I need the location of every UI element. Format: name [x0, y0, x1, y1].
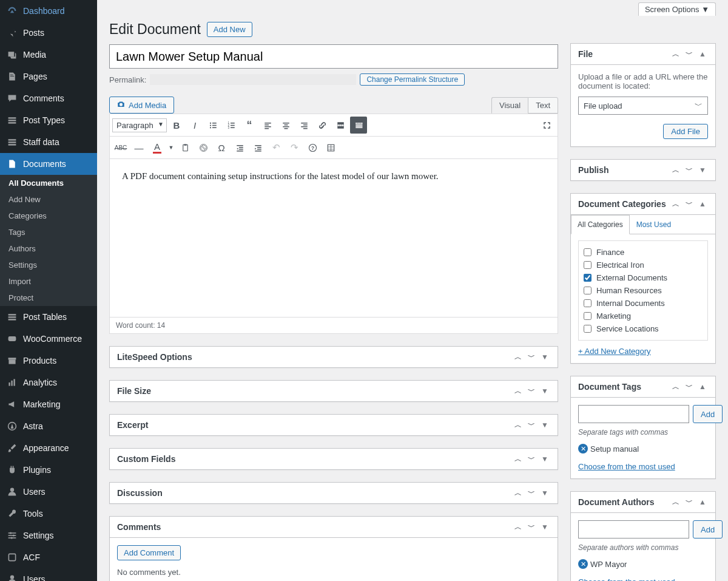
- dropdown-icon[interactable]: ▼: [539, 454, 550, 464]
- move-up-icon[interactable]: ︿: [670, 165, 681, 175]
- submenu-item-all-documents[interactable]: All Documents: [0, 175, 97, 191]
- toggle-icon[interactable]: ▲: [697, 381, 708, 392]
- category-checkbox[interactable]: [584, 299, 592, 307]
- sidebar-item-comments[interactable]: Comments: [0, 87, 97, 109]
- move-down-icon[interactable]: ﹀: [684, 199, 695, 209]
- move-down-icon[interactable]: ﹀: [526, 352, 537, 362]
- sidebar-item-post-types[interactable]: Post Types: [0, 109, 97, 131]
- sidebar-item-tools[interactable]: Tools: [0, 503, 97, 525]
- move-down-icon[interactable]: ﹀: [526, 522, 537, 532]
- submenu-item-add-new[interactable]: Add New: [0, 191, 97, 208]
- toggle-icon[interactable]: ▲: [697, 49, 708, 59]
- numbered-list-button[interactable]: 123: [223, 117, 240, 134]
- table-button[interactable]: [322, 139, 339, 156]
- tab-all-categories[interactable]: All Categories: [571, 215, 630, 234]
- choose-most-used-tags-link[interactable]: Choose from the most used: [578, 462, 675, 471]
- dropdown-icon[interactable]: ▼: [539, 522, 550, 532]
- move-down-icon[interactable]: ﹀: [526, 454, 537, 464]
- fullscreen-button[interactable]: [538, 117, 555, 134]
- bold-button[interactable]: B: [168, 117, 185, 134]
- category-checkbox[interactable]: [584, 312, 592, 320]
- sidebar-item-settings[interactable]: Settings: [0, 525, 97, 546]
- sidebar-item-astra[interactable]: Astra: [0, 415, 97, 437]
- sidebar-item-appearance[interactable]: Appearance: [0, 437, 97, 459]
- dropdown-icon[interactable]: ▼: [539, 386, 550, 396]
- sidebar-item-users[interactable]: Users: [0, 568, 97, 581]
- sidebar-item-plugins[interactable]: Plugins: [0, 459, 97, 481]
- category-item[interactable]: Electrical Iron: [584, 259, 703, 271]
- move-down-icon[interactable]: ﹀: [684, 497, 695, 508]
- move-down-icon[interactable]: ﹀: [684, 381, 695, 392]
- editor-content[interactable]: A PDF document containing setup instruct…: [110, 159, 558, 317]
- align-right-button[interactable]: [295, 117, 312, 134]
- sidebar-item-media[interactable]: Media: [0, 44, 97, 66]
- author-input[interactable]: [578, 520, 689, 539]
- toggle-icon[interactable]: ▼: [697, 165, 708, 175]
- category-checkbox[interactable]: [584, 287, 592, 294]
- category-item[interactable]: Marketing: [584, 310, 703, 322]
- category-item[interactable]: Internal Documents: [584, 297, 703, 310]
- add-file-button[interactable]: Add File: [663, 124, 708, 139]
- category-item[interactable]: Finance: [584, 246, 703, 259]
- post-title-input[interactable]: [109, 44, 558, 69]
- sidebar-item-dashboard[interactable]: Dashboard: [0, 0, 97, 22]
- add-tag-button[interactable]: Add: [693, 405, 723, 423]
- clear-formatting-button[interactable]: [195, 139, 212, 156]
- move-up-icon[interactable]: ︿: [513, 420, 524, 430]
- category-item[interactable]: Human Resources: [584, 284, 703, 297]
- move-up-icon[interactable]: ︿: [513, 454, 524, 464]
- indent-button[interactable]: [249, 139, 266, 156]
- bullet-list-button[interactable]: [204, 117, 221, 134]
- submenu-item-protect[interactable]: Protect: [0, 290, 97, 306]
- sidebar-item-users[interactable]: Users: [0, 481, 97, 503]
- special-char-button[interactable]: Ω: [213, 139, 230, 156]
- submenu-item-import[interactable]: Import: [0, 273, 97, 290]
- redo-button[interactable]: ↷: [286, 139, 303, 156]
- blockquote-button[interactable]: “: [241, 117, 258, 134]
- sidebar-item-analytics[interactable]: Analytics: [0, 372, 97, 393]
- category-item[interactable]: Service Locations: [584, 322, 703, 335]
- toggle-icon[interactable]: ▲: [697, 497, 708, 508]
- format-select[interactable]: Paragraph▼: [112, 118, 167, 132]
- move-down-icon[interactable]: ﹀: [684, 49, 695, 59]
- submenu-item-tags[interactable]: Tags: [0, 224, 97, 240]
- move-up-icon[interactable]: ︿: [670, 199, 681, 209]
- move-up-icon[interactable]: ︿: [513, 352, 524, 362]
- permalink-url[interactable]: [150, 74, 356, 85]
- undo-button[interactable]: ↶: [268, 139, 285, 156]
- sidebar-item-documents[interactable]: Documents: [0, 153, 97, 175]
- remove-author-icon[interactable]: ✕: [578, 559, 588, 569]
- tab-text[interactable]: Text: [528, 97, 558, 114]
- toggle-icon[interactable]: ▲: [697, 199, 708, 209]
- sidebar-item-marketing[interactable]: Marketing: [0, 393, 97, 415]
- dropdown-icon[interactable]: ▼: [539, 488, 550, 498]
- outdent-button[interactable]: [231, 139, 248, 156]
- add-new-button[interactable]: Add New: [207, 22, 252, 37]
- help-button[interactable]: ?: [304, 139, 321, 156]
- sidebar-item-posts[interactable]: Posts: [0, 22, 97, 44]
- add-media-button[interactable]: Add Media: [109, 97, 174, 114]
- move-up-icon[interactable]: ︿: [670, 49, 681, 59]
- move-up-icon[interactable]: ︿: [670, 381, 681, 392]
- submenu-item-categories[interactable]: Categories: [0, 208, 97, 224]
- align-left-button[interactable]: [259, 117, 276, 134]
- tab-most-used[interactable]: Most Used: [630, 215, 678, 234]
- tab-visual[interactable]: Visual: [491, 97, 528, 114]
- choose-most-used-authors-link[interactable]: Choose from the most used: [578, 577, 675, 581]
- screen-options-toggle[interactable]: Screen Options ▼: [638, 2, 716, 16]
- sidebar-item-pages[interactable]: Pages: [0, 66, 97, 87]
- move-up-icon[interactable]: ︿: [513, 386, 524, 396]
- sidebar-item-acf[interactable]: ACF: [0, 546, 97, 568]
- dropdown-icon[interactable]: ▼: [539, 352, 550, 362]
- add-comment-button[interactable]: Add Comment: [117, 545, 181, 560]
- textcolor-button[interactable]: A: [149, 139, 166, 156]
- file-method-select[interactable]: File upload﹀: [578, 97, 708, 115]
- submenu-item-settings[interactable]: Settings: [0, 257, 97, 273]
- textcolor-caret[interactable]: ▼: [167, 139, 175, 156]
- add-author-button[interactable]: Add: [693, 520, 723, 539]
- category-item[interactable]: External Documents: [584, 271, 703, 284]
- sidebar-item-staff-data[interactable]: Staff data: [0, 131, 97, 153]
- resize-handle[interactable]: [418, 321, 551, 327]
- link-button[interactable]: [314, 117, 331, 134]
- hr-button[interactable]: —: [130, 139, 147, 156]
